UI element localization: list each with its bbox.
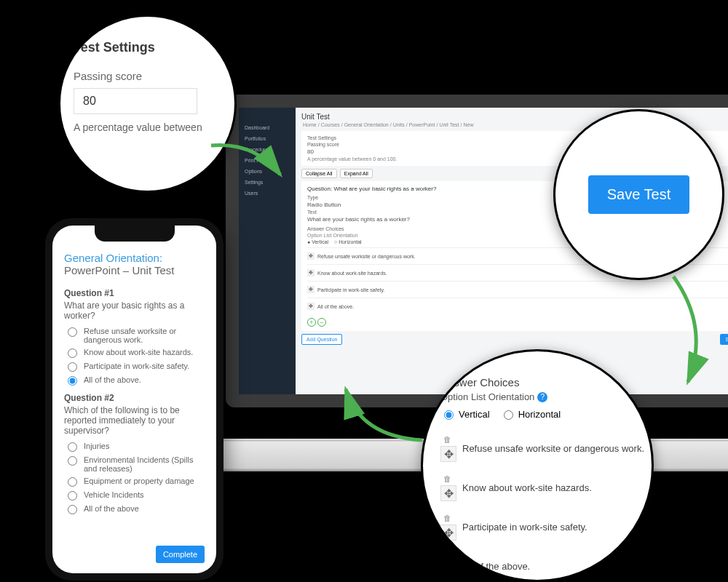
- phone-q2-option[interactable]: Injuries: [64, 442, 205, 452]
- drag-handle-icon[interactable]: ✥: [440, 485, 456, 501]
- zoom-orientation-horizontal[interactable]: Horizontal: [500, 408, 561, 420]
- zoom-score-field[interactable]: 80: [74, 88, 197, 114]
- phone-q1-text: What are your basic rights as a worker?: [64, 300, 205, 321]
- zoom-orientation-vertical[interactable]: Vertical: [440, 408, 490, 420]
- answer-text: Participate in work-site safety.: [462, 522, 587, 533]
- zoom-score-label: Passing score: [74, 70, 237, 82]
- drag-handle-icon[interactable]: ✥: [440, 525, 456, 541]
- phone-q2-option[interactable]: Equipment or property damage: [64, 477, 205, 487]
- add-question-button[interactable]: Add Question: [301, 334, 342, 345]
- phone-q2-text: Which of the following is to be reported…: [64, 405, 205, 436]
- sidebar-item[interactable]: Options: [239, 166, 296, 177]
- zoom-answer-row: 🗑✥ Participate in work-site safety.: [440, 507, 654, 546]
- phone-course-title: General Orientation:: [64, 252, 205, 264]
- answer-row: ✥Participate in work-site safety.: [307, 281, 728, 298]
- drag-handle-icon[interactable]: ✥: [307, 286, 314, 293]
- phone-q1-option[interactable]: Participate in work-site safety.: [64, 362, 205, 372]
- zoom-answer-choices: Answer Choices Option List Orientation ?…: [421, 349, 654, 582]
- delete-icon[interactable]: 🗑: [440, 434, 454, 445]
- answer-text: Know about work-site hazards.: [462, 482, 592, 493]
- drag-handle-icon[interactable]: ✥: [440, 446, 456, 462]
- delete-icon[interactable]: 🗑: [440, 513, 454, 523]
- delete-icon[interactable]: 🗑: [440, 474, 454, 484]
- sidebar-item[interactable]: Settings: [239, 177, 296, 188]
- zoom-hint: A percentage value between: [74, 121, 237, 133]
- drag-handle-icon[interactable]: ✥: [307, 269, 314, 276]
- sidebar-item[interactable]: Print Forms: [239, 155, 296, 166]
- answer-text: Refuse unsafe worksite or dangerous work…: [462, 443, 644, 454]
- zoom-save-test: Save Test: [553, 109, 724, 280]
- sidebar-item[interactable]: Procedures: [239, 144, 296, 155]
- add-remove-answer[interactable]: +−: [307, 318, 326, 327]
- zoom-test-settings: Test Settings Passing score 80 A percent…: [58, 15, 237, 193]
- phone-q1-label: Question #1: [64, 288, 205, 298]
- delete-icon[interactable]: 🗑: [440, 552, 454, 562]
- drag-handle-icon[interactable]: ✥: [307, 303, 314, 310]
- zoom-settings-heading: Test Settings: [74, 40, 237, 55]
- phone-course-subtitle: PowerPoint – Unit Test: [64, 264, 205, 276]
- phone-q1-option[interactable]: All of the above.: [64, 375, 205, 386]
- sidebar-item[interactable]: Dashboard: [239, 122, 296, 133]
- collapse-all-button[interactable]: Collapse All: [301, 169, 337, 178]
- phone-q2-option[interactable]: All of the above: [64, 504, 205, 514]
- orientation-horizontal[interactable]: ○ Horizontal: [334, 239, 362, 244]
- phone-q1-option[interactable]: Refuse unsafe worksite or dangerous work…: [64, 327, 205, 344]
- drag-handle-icon[interactable]: ✥: [307, 252, 314, 260]
- phone-mockup: General Orientation: PowerPoint – Unit T…: [45, 218, 223, 581]
- answer-row: ✥All of the above.: [307, 298, 728, 314]
- zoom-answer-row: 🗑✥ Know about work-site hazards.: [440, 468, 654, 507]
- save-test-button[interactable]: Save Test: [720, 334, 728, 345]
- zoom-answer-row: 🗑✥ Refuse unsafe worksite or dangerous w…: [440, 428, 654, 468]
- expand-all-button[interactable]: Expand All: [340, 169, 373, 178]
- phone-q2-option[interactable]: Vehicle Incidents: [64, 490, 205, 501]
- sidebar-item[interactable]: Users: [239, 188, 296, 199]
- save-test-button-zoom[interactable]: Save Test: [588, 175, 689, 214]
- orientation-vertical[interactable]: ● Vertical: [307, 239, 328, 244]
- drag-handle-icon[interactable]: ✥: [440, 564, 456, 580]
- complete-button[interactable]: Complete: [156, 546, 205, 563]
- help-icon[interactable]: ?: [537, 392, 547, 402]
- zoom-answer-row: 🗑✥ All of the above.: [440, 546, 654, 582]
- answer-text: All of the above.: [462, 561, 530, 572]
- phone-q2-option[interactable]: Environmental Incidents (Spills and rele…: [64, 455, 205, 473]
- admin-sidebar: Dashboard Portfolios Procedures Print Fo…: [239, 108, 296, 394]
- phone-q1-option[interactable]: Know about work-site hazards.: [64, 348, 205, 358]
- phone-q2-label: Question #2: [64, 393, 205, 403]
- sidebar-item[interactable]: Portfolios: [239, 133, 296, 144]
- zoom-orientation-label: Option List Orientation: [440, 391, 534, 402]
